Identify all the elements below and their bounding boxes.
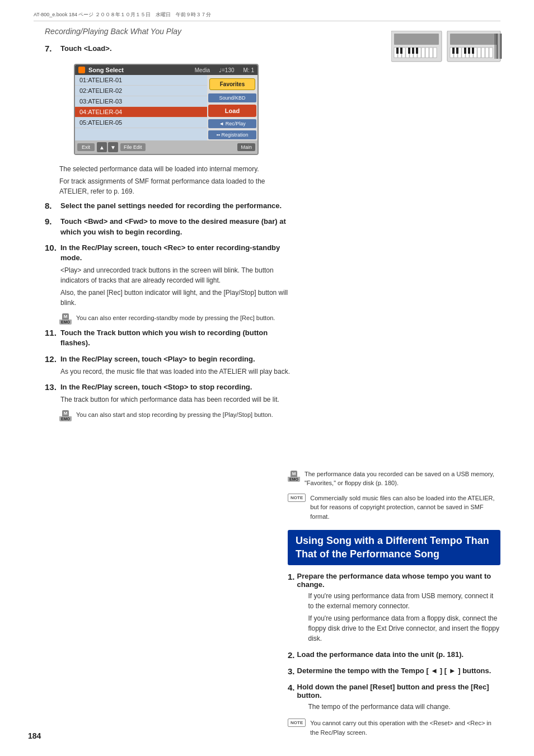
song-item-02[interactable]: 02:ATELIER-02	[75, 86, 207, 96]
right-step-1: 1. Prepare the performance data whose te…	[288, 572, 500, 644]
svg-rect-16	[412, 48, 414, 54]
exit-button[interactable]: Exit	[77, 143, 95, 151]
svg-rect-11	[429, 48, 433, 58]
svg-rect-36	[495, 34, 495, 59]
step-13-num: 13.	[45, 382, 60, 392]
step-10-num: 10.	[45, 243, 60, 252]
svg-rect-1	[394, 34, 439, 45]
step-10-memo: M EMO You can also enter recording-stand…	[59, 313, 294, 325]
step-7-body2: For track assignments of SMF format perf…	[59, 176, 294, 196]
right-step-4: 4. Hold down the panel [Reset] button an…	[288, 683, 500, 712]
svg-rect-28	[481, 48, 485, 58]
step-10: 10. In the Rec/Play screen, touch <Rec> …	[45, 243, 294, 308]
step-11: 11. Touch the Track button which you wis…	[45, 328, 294, 348]
step-9-title: Touch <Bwd> and <Fwd> to move to the des…	[60, 217, 294, 237]
screen-icon	[78, 67, 85, 73]
step-8-title: Select the panel settings needed for rec…	[60, 201, 294, 211]
right-step-4-title: Hold down the panel [Reset] button and p…	[297, 683, 500, 699]
left-column: 7. Touch <Load>. Song Select	[45, 44, 294, 425]
tempo-display: ♩=130	[219, 67, 235, 73]
svg-rect-31	[452, 48, 455, 54]
page-number: 184	[28, 731, 41, 740]
step-10-content: In the Rec/Play screen, touch <Rec> to e…	[60, 243, 294, 308]
svg-rect-9	[421, 48, 425, 58]
load-button[interactable]: Load	[208, 105, 256, 117]
step-11-num: 11.	[45, 328, 60, 337]
song-item-05[interactable]: 05:ATELIER-05	[75, 118, 207, 128]
right-notes-area: M EMO The performance data you recorded …	[288, 469, 500, 522]
svg-rect-32	[456, 48, 458, 54]
step-12-title: In the Rec/Play screen, touch <Play> to …	[60, 354, 294, 364]
song-item-03[interactable]: 03:ATELIER-03	[75, 96, 207, 107]
svg-rect-37	[496, 34, 498, 59]
header-meta: AT-800_e.book 184 ページ ２００８年１０月１５日 水曜日 午前…	[34, 11, 500, 21]
song-item-01[interactable]: 01:ATELIER-01	[75, 75, 207, 86]
svg-rect-30	[489, 48, 493, 58]
right-step-4-num: 4.	[288, 683, 295, 692]
right-note1-text: The performance data you recorded can be…	[305, 469, 500, 488]
svg-rect-12	[433, 48, 437, 58]
up-arrow-button[interactable]: ▲	[97, 142, 107, 152]
step-9-content: Touch <Bwd> and <Fwd> to move to the des…	[60, 217, 294, 237]
svg-rect-29	[485, 48, 489, 58]
svg-rect-17	[416, 48, 418, 54]
right-step-3-num: 3.	[288, 666, 295, 676]
favorites-button[interactable]: Favorites	[209, 78, 255, 90]
step-13-title: In the Rec/Play screen, touch <Stop> to …	[60, 382, 294, 392]
song-item-04[interactable]: 04:ATELIER-04	[75, 107, 207, 118]
step-13-memo: M EMO You can also start and stop record…	[59, 410, 294, 421]
arrow-buttons: ▲ ▼	[97, 142, 118, 152]
step-11-content: Touch the Track button which you wish to…	[60, 328, 294, 348]
blue-section-title: Using Song with a Different Tempo Than T…	[296, 534, 493, 561]
device-image	[391, 31, 503, 67]
step-13-body: The track button for which performance d…	[60, 395, 294, 405]
step-10-memo-text: You can also enter recording-standby mod…	[76, 313, 275, 323]
svg-rect-34	[468, 48, 470, 54]
rec-play-button[interactable]: ◄ Rec/Play	[208, 119, 256, 128]
sound-kbd-button[interactable]: Sound/KBD	[208, 93, 256, 102]
svg-rect-38	[499, 34, 499, 59]
step-10-title: In the Rec/Play screen, touch <Rec> to e…	[60, 243, 294, 263]
final-note-badge: NOTE	[288, 719, 306, 727]
song-select-screen: Song Select Media ♩=130 M: 1 01:ATE	[59, 59, 294, 159]
right-step-1-body2: If you're using performance data from a …	[308, 613, 500, 644]
step-12-num: 12.	[45, 354, 60, 364]
step-7-content: Touch <Load>.	[60, 44, 294, 54]
step-7-body1: The selected performance data will be lo…	[59, 164, 294, 174]
step-12-body: As you record, the music file that was l…	[60, 367, 294, 377]
right-step-4-body: The tempo of the performance data will c…	[308, 702, 500, 712]
step-13-memo-text: You can also start and stop recording by…	[76, 410, 273, 420]
measure-display: M: 1	[243, 67, 254, 73]
svg-rect-19	[450, 34, 498, 45]
step-11-title: Touch the Track button which you wish to…	[60, 328, 294, 348]
final-note-text: You cannot carry out this operation with…	[310, 719, 500, 737]
step-10-body1: <Play> and unrecorded track buttons in t…	[60, 265, 294, 285]
right-step-1-body1: If you're using performance data from US…	[308, 591, 500, 611]
right-note2: NOTE Commercially sold music files can a…	[288, 494, 500, 522]
step-9: 9. Touch <Bwd> and <Fwd> to move to the …	[45, 217, 294, 237]
screen-right-panel: Favorites Sound/KBD Load ◄ Rec/Play ▪▪ R…	[207, 75, 257, 140]
file-edit-button[interactable]: File Edit	[120, 143, 146, 151]
step-12-content: In the Rec/Play screen, touch <Play> to …	[60, 354, 294, 377]
step-13: 13. In the Rec/Play screen, touch <Stop>…	[45, 382, 294, 405]
svg-rect-10	[425, 48, 429, 58]
right-step-1-title: Prepare the performance data whose tempo…	[297, 572, 500, 589]
registration-button[interactable]: ▪▪ Registration	[208, 130, 256, 139]
right-column: M EMO The performance data you recorded …	[288, 425, 500, 740]
svg-rect-15	[408, 48, 410, 54]
screen-footer: Exit ▲ ▼ File Edit Main	[75, 140, 257, 154]
right-step-3: 3. Determine the tempo with the Tempo [ …	[288, 666, 500, 676]
right-step-3-title: Determine the tempo with the Tempo [ ◄ ]…	[297, 666, 491, 675]
step-9-num: 9.	[45, 217, 60, 226]
down-arrow-button[interactable]: ▼	[108, 142, 118, 152]
right-step-1-num: 1.	[288, 572, 295, 581]
song-select-title: Song Select	[88, 67, 124, 73]
right-note2-text: Commercially sold music files can also b…	[310, 494, 500, 522]
right-step-2-title: Load the performance data into the unit …	[297, 650, 464, 659]
step-7-title: Touch <Load>.	[60, 44, 294, 54]
right-note1: M EMO The performance data you recorded …	[288, 469, 500, 488]
svg-rect-35	[472, 48, 474, 54]
right-final-note: NOTE You cannot carry out this operation…	[288, 719, 500, 737]
main-button[interactable]: Main	[237, 143, 255, 151]
media-label: Media	[195, 67, 210, 73]
